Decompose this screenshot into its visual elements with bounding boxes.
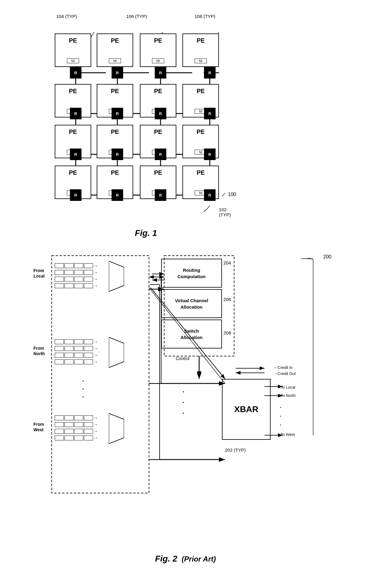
routing-computation-box: Routing Computation [161, 259, 222, 288]
pe-label: PE [140, 128, 176, 135]
router-r2c4: R [204, 108, 216, 119]
pe-box-r1c2: PE NI [97, 33, 133, 67]
fig2-title: Fig. 2 (Prior Art) [18, 554, 353, 564]
fifo-cell [55, 415, 64, 420]
fifo-row: → [55, 339, 98, 344]
router-r4c4: R [204, 189, 216, 201]
pe-box-r1c3: PE NI [140, 33, 176, 67]
fifo-cell [64, 359, 74, 364]
to-local-label: →To Local [277, 385, 295, 390]
fifo-cell [74, 283, 83, 288]
fifo-cell [74, 422, 83, 427]
fifo-cell [84, 429, 93, 434]
label-106: 106 (TYP) [126, 14, 147, 19]
fifo-arrow: → [94, 270, 98, 275]
fifo-cell [55, 283, 64, 288]
fifo-row: → [55, 422, 98, 427]
mux-west [109, 413, 124, 445]
fifo-cell [64, 283, 74, 288]
ni-box: NI [152, 58, 164, 63]
pe-label: PE [183, 88, 218, 95]
input-group-local: → → → → [55, 263, 98, 288]
svg-marker-62 [109, 413, 124, 444]
pe-label: PE [97, 88, 133, 95]
fifo-cell [84, 353, 93, 358]
ni-box: NI [109, 58, 121, 63]
router-r1c2: R [112, 67, 123, 79]
fifo-cell [84, 415, 93, 420]
fifo-arrow: → [94, 339, 98, 344]
fifo-cell [55, 346, 64, 351]
fifo-cell [74, 263, 83, 268]
ni-box: NI [67, 58, 79, 63]
fifo-arrow: → [94, 415, 98, 420]
router-r4c3: R [155, 189, 166, 201]
router-r2c2: R [112, 108, 123, 119]
noc-grid: PE NI PE NI PE NI PE NI R R R R PE NI PE [55, 30, 237, 219]
fifo-cell [64, 353, 74, 358]
router-r1c1: R [70, 67, 81, 79]
fig1-title: Fig. 1 [24, 228, 268, 238]
fifo-cell [74, 346, 83, 351]
pe-label: PE [55, 128, 91, 135]
credit-out-label: →Credit Out [274, 371, 296, 376]
fifo-cell [74, 415, 83, 420]
fifo-cell [84, 339, 93, 344]
router-r4c2: R [112, 189, 123, 201]
dots-inputs-mid: ··· [182, 387, 184, 419]
pe-label: PE [140, 169, 176, 176]
fifo-row: → [55, 436, 98, 440]
router-r3c4: R [204, 149, 216, 160]
mux-local [109, 261, 124, 293]
fifo-cell [84, 277, 93, 282]
label-104: 104 (TYP) [56, 14, 77, 19]
pe-label: PE [55, 169, 91, 176]
input-group-north: → → → → [55, 339, 98, 364]
fig2-diagram: 200 FromLocal → → [18, 247, 353, 569]
fifo-cell [55, 422, 64, 427]
control-label: Control [176, 356, 189, 361]
from-north-label: FromNorth [33, 345, 45, 356]
fifo-cell [74, 353, 83, 358]
input-group-west: → → → → [55, 415, 98, 440]
fifo-cell [55, 270, 64, 275]
label-206: 206 [223, 297, 231, 302]
fifo-cell [64, 415, 74, 420]
router-r2c1: R [70, 108, 81, 119]
fifo-arrow: → [94, 283, 98, 288]
fifo-cell [55, 263, 64, 268]
pe-label: PE [183, 37, 218, 44]
fifo-cell [64, 436, 74, 440]
mux-north [109, 337, 124, 369]
from-west-label: FromWest [33, 422, 44, 432]
fifo-row: → [55, 263, 98, 268]
fifo-row: → [55, 415, 98, 420]
fifo-cell [64, 270, 74, 275]
dots-output: ··· [280, 403, 281, 429]
fifo-row: → [55, 270, 98, 275]
fifo-cell [84, 346, 93, 351]
fifo-cell [55, 429, 64, 434]
xbar-box: XBAR [222, 379, 271, 440]
fig2-inner: 200 FromLocal → → [33, 253, 337, 551]
fifo-row: → [55, 359, 98, 364]
fifo-cell [64, 263, 74, 268]
fifo-arrow: → [94, 436, 98, 440]
fifo-cell [84, 283, 93, 288]
fifo-row: → [55, 277, 98, 282]
fifo-cell [64, 429, 74, 434]
fifo-cell [74, 359, 83, 364]
svg-rect-32 [52, 256, 149, 493]
router-r4c1: R [70, 189, 81, 201]
fifo-cell [84, 263, 93, 268]
pe-box-r1c1: PE NI [55, 33, 91, 67]
label-202: 202 (TYP) [225, 447, 246, 453]
router-r1c4: R [204, 67, 216, 79]
fifo-arrow: → [94, 277, 98, 282]
fifo-arrow: → [94, 422, 98, 427]
fifo-cell [55, 353, 64, 358]
from-local-label: FromLocal [33, 268, 45, 279]
label-102: 102 (TYP) [219, 207, 237, 217]
fifo-arrow: → [94, 359, 98, 364]
pe-label: PE [97, 37, 133, 44]
